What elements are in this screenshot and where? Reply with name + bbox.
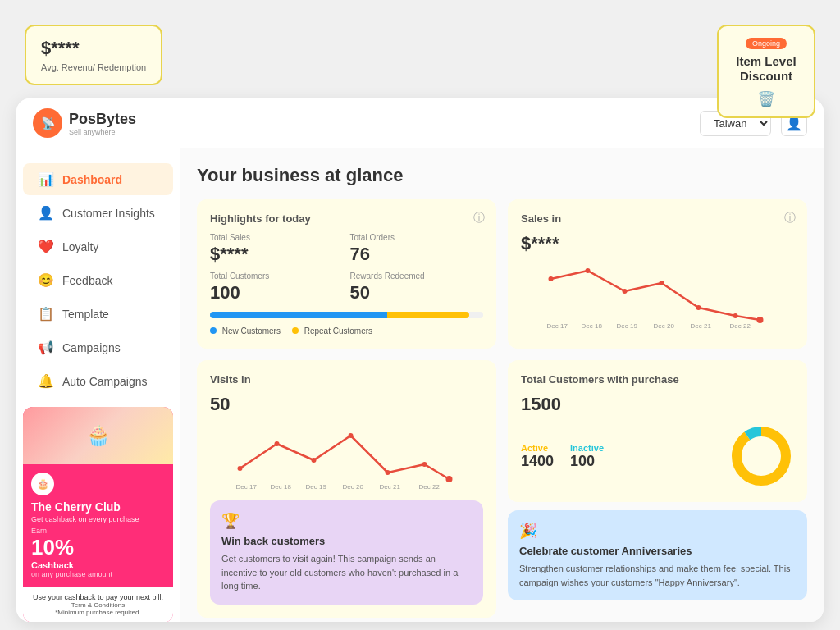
highlights-info-icon[interactable]: ⓘ bbox=[473, 211, 485, 226]
logo-text-area: PosBytes Sell anywhere bbox=[69, 111, 136, 136]
promo-body: 🎂 The Cherry Club Get cashback on every … bbox=[23, 464, 173, 587]
promo-logo: 🎂 bbox=[31, 472, 54, 495]
promo-tc: Term & Conditions bbox=[31, 601, 165, 609]
customer-insights-icon: 👤 bbox=[38, 205, 54, 221]
sales-card: Sales in ⓘ $**** Dec 17 Dec 18 bbox=[508, 199, 807, 349]
inactive-block: Inactive 100 bbox=[570, 443, 604, 470]
promo-min: *Minimum purchase required. bbox=[31, 609, 165, 616]
feedback-icon: 😊 bbox=[38, 272, 54, 288]
svg-text:Dec 20: Dec 20 bbox=[654, 322, 675, 330]
repeat-dot bbox=[292, 327, 299, 334]
logo-sub: Sell anywhere bbox=[69, 128, 136, 136]
rewards-label: Rewards Redeemed bbox=[350, 272, 484, 281]
rewards-block: Rewards Redeemed 50 bbox=[350, 272, 484, 304]
win-back-desc: Get customers to visit again! This campa… bbox=[221, 552, 472, 593]
svg-text:Dec 17: Dec 17 bbox=[547, 322, 568, 330]
campaign-win-back: 🏆 Win back customers Get customers to vi… bbox=[210, 500, 483, 605]
svg-point-13 bbox=[238, 466, 243, 471]
customers-card: Total Customers with purchase 1500 Activ… bbox=[508, 360, 807, 502]
sidebar-item-template[interactable]: 📋 Template bbox=[23, 298, 173, 330]
sidebar-label-feedback: Feedback bbox=[62, 274, 112, 287]
svg-text:Dec 22: Dec 22 bbox=[730, 322, 751, 330]
svg-text:Dec 17: Dec 17 bbox=[236, 483, 258, 491]
sidebar-item-loyalty[interactable]: ❤️ Loyalty bbox=[23, 231, 173, 262]
top-cards-row: Highlights for today ⓘ Total Sales $****… bbox=[197, 199, 807, 349]
new-customers-bar bbox=[210, 312, 387, 318]
win-back-title: Win back customers bbox=[221, 535, 472, 547]
discount-title: Item LevelDiscount bbox=[730, 54, 802, 84]
svg-text:Dec 19: Dec 19 bbox=[306, 483, 327, 491]
customers-stats: Active 1400 Inactive 100 bbox=[521, 443, 717, 470]
float-revenue-card: $**** Avg. Revenu/ Redemption bbox=[25, 25, 162, 85]
svg-point-26 bbox=[737, 431, 786, 481]
sidebar-label-dashboard: Dashboard bbox=[62, 173, 122, 186]
template-icon: 📋 bbox=[38, 306, 54, 322]
svg-text:Dec 19: Dec 19 bbox=[617, 322, 638, 330]
highlights-card: Highlights for today ⓘ Total Sales $****… bbox=[197, 199, 496, 349]
logo-text: PosBytes bbox=[69, 111, 136, 128]
sidebar-item-feedback[interactable]: 😊 Feedback bbox=[23, 264, 173, 296]
active-block: Active 1400 bbox=[521, 443, 554, 470]
loyalty-icon: ❤️ bbox=[38, 239, 54, 254]
logo-icon: 📡 bbox=[33, 108, 62, 138]
promo-footer: Use your cashback to pay your next bill.… bbox=[23, 587, 173, 622]
sidebar-item-customer-insights[interactable]: 👤 Customer Insights bbox=[23, 197, 173, 229]
active-label: Active bbox=[521, 443, 554, 453]
sales-value: $**** bbox=[521, 233, 794, 254]
sidebar-item-auto-campaigns[interactable]: 🔔 Auto Campaigns bbox=[23, 365, 173, 397]
highlights-stats: Total Sales $**** Total Orders 76 Total … bbox=[210, 233, 483, 304]
visits-title: Visits in bbox=[210, 373, 483, 386]
main-window: 📡 PosBytes Sell anywhere Taiwan 👤 📊 Dash… bbox=[16, 98, 824, 622]
sidebar-item-dashboard[interactable]: 📊 Dashboard bbox=[23, 163, 173, 195]
promo-title: The Cherry Club bbox=[31, 500, 165, 514]
customers-progress-bar bbox=[210, 312, 483, 318]
logo-area: 📡 PosBytes Sell anywhere bbox=[33, 108, 136, 138]
chart-legend: New Customers Repeat Customers bbox=[210, 326, 483, 336]
customers-value: 1500 bbox=[521, 394, 794, 415]
sales-chart: Dec 17 Dec 18 Dec 19 Dec 20 Dec 21 Dec 2… bbox=[521, 262, 794, 328]
total-customers-block: Total Customers 100 bbox=[210, 272, 344, 304]
anniversary-title: Celebrate customer Anniversaries bbox=[519, 545, 796, 557]
svg-point-5 bbox=[733, 313, 738, 318]
total-sales-block: Total Sales $**** bbox=[210, 233, 344, 265]
inactive-value: 100 bbox=[570, 453, 604, 470]
main-content: Your business at glance Highlights for t… bbox=[180, 148, 824, 622]
anniversary-emoji: 🎉 bbox=[519, 522, 796, 540]
svg-point-1 bbox=[586, 268, 591, 273]
svg-point-4 bbox=[696, 305, 701, 310]
sales-info-icon[interactable]: ⓘ bbox=[784, 211, 796, 226]
sidebar: 📊 Dashboard 👤 Customer Insights ❤️ Loyal… bbox=[16, 148, 180, 622]
svg-point-0 bbox=[549, 276, 554, 281]
total-sales-value: $**** bbox=[210, 244, 344, 265]
promo-footer-text: Use your cashback to pay your next bill. bbox=[31, 593, 165, 601]
customers-title: Total Customers with purchase bbox=[521, 373, 794, 386]
svg-point-17 bbox=[386, 470, 390, 475]
total-orders-block: Total Orders 76 bbox=[350, 233, 484, 265]
new-dot bbox=[210, 327, 217, 334]
total-customers-value: 100 bbox=[210, 282, 344, 304]
legend-new-label: New Customers bbox=[222, 326, 281, 336]
page-title: Your business at glance bbox=[197, 165, 807, 186]
svg-text:Dec 21: Dec 21 bbox=[380, 483, 401, 491]
promo-image: 🧁 bbox=[23, 407, 173, 464]
promo-subtitle: Get cashback on every purchase bbox=[31, 515, 165, 523]
inactive-label: Inactive bbox=[570, 443, 604, 453]
total-orders-value: 76 bbox=[350, 244, 484, 265]
promo-cashback-label: Cashback bbox=[31, 560, 165, 570]
legend-repeat: Repeat Customers bbox=[292, 326, 372, 336]
svg-point-6 bbox=[757, 317, 764, 323]
visits-card: Visits in 50 Dec 17 Dec 18 Dec 19 bbox=[197, 360, 496, 618]
total-customers-label: Total Customers bbox=[210, 272, 344, 281]
svg-text:Dec 18: Dec 18 bbox=[271, 483, 292, 491]
sidebar-item-campaigns[interactable]: 📢 Campaigns bbox=[23, 331, 173, 363]
sales-title: Sales in bbox=[521, 212, 794, 225]
win-back-emoji: 🏆 bbox=[221, 512, 472, 530]
promo-cashback-sub: on any purchase amount bbox=[31, 570, 165, 578]
campaign-anniversary: 🎉 Celebrate customer Anniversaries Stren… bbox=[508, 510, 807, 600]
sidebar-label-campaigns: Campaigns bbox=[62, 341, 121, 354]
promo-earn: Earn bbox=[31, 527, 165, 535]
auto-campaigns-icon: 🔔 bbox=[38, 373, 54, 389]
svg-point-18 bbox=[422, 462, 427, 467]
sidebar-label-loyalty: Loyalty bbox=[62, 240, 98, 253]
highlights-title: Highlights for today bbox=[210, 212, 483, 225]
